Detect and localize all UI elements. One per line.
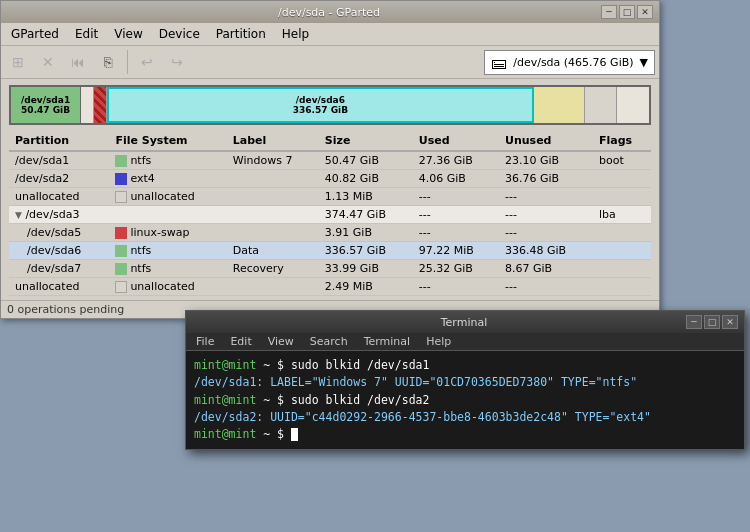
- terminal-minimize[interactable]: ─: [686, 315, 702, 329]
- disk-icon: 🖴: [491, 53, 507, 72]
- col-size: Size: [319, 131, 413, 151]
- partition-unused: 36.76 GiB: [499, 170, 593, 188]
- minimize-button[interactable]: ─: [601, 5, 617, 19]
- partition-name: unallocated: [9, 188, 109, 206]
- partition-used: 25.32 GiB: [413, 260, 499, 278]
- terminal-menu-search[interactable]: Search: [304, 334, 354, 349]
- terminal-command: sudo blkid /dev/sda1: [291, 358, 429, 372]
- col-filesystem: File System: [109, 131, 226, 151]
- terminal-title: Terminal: [242, 316, 686, 329]
- partition-size: 2.49 MiB: [319, 278, 413, 296]
- partition-label: Windows 7: [227, 151, 319, 170]
- gparted-titlebar: /dev/sda - GParted ─ □ ✕: [1, 1, 659, 23]
- terminal-menubar: File Edit View Search Terminal Help: [186, 333, 744, 351]
- table-row[interactable]: /dev/sda5linux-swap3.91 GiB------: [9, 224, 651, 242]
- undo-button[interactable]: ↩: [134, 49, 160, 75]
- col-unused: Unused: [499, 131, 593, 151]
- partition-name: /dev/sda7: [9, 260, 109, 278]
- table-row[interactable]: /dev/sda2ext440.82 GiB4.06 GiB36.76 GiB: [9, 170, 651, 188]
- terminal-prompt: mint@mint: [194, 358, 256, 372]
- delete-button[interactable]: ✕: [35, 49, 61, 75]
- terminal-prompt: mint@mint: [194, 427, 256, 441]
- disk-part-sda1[interactable]: /dev/sda1 50.47 GiB: [11, 87, 81, 123]
- terminal-prompt: mint@mint: [194, 393, 256, 407]
- partition-used: 4.06 GiB: [413, 170, 499, 188]
- partition-unused: ---: [499, 188, 593, 206]
- disk-part-swap[interactable]: [94, 87, 107, 123]
- partition-flags: [593, 170, 651, 188]
- terminal-line: /dev/sda1: LABEL="Windows 7" UUID="01CD7…: [194, 374, 736, 391]
- device-selector[interactable]: 🖴 /dev/sda (465.76 GiB) ▼: [484, 50, 655, 75]
- table-row[interactable]: /dev/sda6ntfsData336.57 GiB97.22 MiB336.…: [9, 242, 651, 260]
- terminal-close[interactable]: ✕: [722, 315, 738, 329]
- gparted-menubar: GParted Edit View Device Partition Help: [1, 23, 659, 46]
- partition-size: 3.91 GiB: [319, 224, 413, 242]
- gparted-title: /dev/sda - GParted: [57, 6, 601, 19]
- maximize-button[interactable]: □: [619, 5, 635, 19]
- menu-view[interactable]: View: [108, 25, 148, 43]
- disk-part-sda6[interactable]: /dev/sda6 336.57 GiB: [107, 87, 534, 123]
- copy-button[interactable]: ⎘: [95, 49, 121, 75]
- menu-edit[interactable]: Edit: [69, 25, 104, 43]
- first-button[interactable]: ⏮: [65, 49, 91, 75]
- terminal-maximize[interactable]: □: [704, 315, 720, 329]
- partition-size: 40.82 GiB: [319, 170, 413, 188]
- terminal-menu-terminal[interactable]: Terminal: [358, 334, 417, 349]
- operations-pending: 0 operations pending: [7, 303, 124, 316]
- table-row[interactable]: /dev/sda7ntfsRecovery33.99 GiB25.32 GiB8…: [9, 260, 651, 278]
- toolbar-sep-1: [127, 50, 128, 74]
- terminal-menu-view[interactable]: View: [262, 334, 300, 349]
- partition-label: [227, 206, 319, 224]
- terminal-menu-file[interactable]: File: [190, 334, 220, 349]
- new-partition-button[interactable]: ⊞: [5, 49, 31, 75]
- menu-partition[interactable]: Partition: [210, 25, 272, 43]
- partition-unused: 23.10 GiB: [499, 151, 593, 170]
- redo-button[interactable]: ↪: [164, 49, 190, 75]
- table-row[interactable]: /dev/sda1ntfsWindows 750.47 GiB27.36 GiB…: [9, 151, 651, 170]
- partition-used: ---: [413, 278, 499, 296]
- table-row[interactable]: unallocatedunallocated2.49 MiB------: [9, 278, 651, 296]
- table-row[interactable]: ▼ /dev/sda3374.47 GiB------lba: [9, 206, 651, 224]
- partition-used: ---: [413, 188, 499, 206]
- terminal-body[interactable]: mint@mint ~ $ sudo blkid /dev/sda1/dev/s…: [186, 351, 744, 449]
- terminal-line: mint@mint ~ $ sudo blkid /dev/sda1: [194, 357, 736, 374]
- partition-label: [227, 224, 319, 242]
- partition-label: [227, 188, 319, 206]
- terminal-output: /dev/sda1: LABEL="Windows 7" UUID="01CD7…: [194, 375, 637, 389]
- table-row[interactable]: unallocatedunallocated1.13 MiB------: [9, 188, 651, 206]
- disk-part-end[interactable]: [617, 87, 649, 123]
- menu-gparted[interactable]: GParted: [5, 25, 65, 43]
- terminal-window-controls: ─ □ ✕: [686, 315, 738, 329]
- partition-unused: 336.48 GiB: [499, 242, 593, 260]
- partition-size: 1.13 MiB: [319, 188, 413, 206]
- partition-name: unallocated: [9, 278, 109, 296]
- device-dropdown-icon[interactable]: ▼: [640, 56, 648, 69]
- disk-visual: /dev/sda1 50.47 GiB /dev/sda6 336.57 GiB: [9, 85, 651, 125]
- partition-name: /dev/sda2: [9, 170, 109, 188]
- partition-fs: unallocated: [109, 278, 226, 296]
- partition-flags: [593, 242, 651, 260]
- terminal-separator: ~ $: [256, 358, 291, 372]
- partition-name: /dev/sda5: [9, 224, 109, 242]
- terminal-cursor: [291, 428, 298, 441]
- device-label: /dev/sda (465.76 GiB): [513, 56, 633, 69]
- terminal-separator: ~ $: [256, 393, 291, 407]
- partition-fs: [109, 206, 226, 224]
- menu-help[interactable]: Help: [276, 25, 315, 43]
- disk-part-sda7[interactable]: [534, 87, 585, 123]
- disk-part-small1[interactable]: [81, 87, 94, 123]
- close-button[interactable]: ✕: [637, 5, 653, 19]
- partition-size: 374.47 GiB: [319, 206, 413, 224]
- partition-unused: ---: [499, 224, 593, 242]
- table-header-row: Partition File System Label Size Used Un…: [9, 131, 651, 151]
- terminal-output: /dev/sda2: UUID="c44d0292-2966-4537-bbe8…: [194, 410, 651, 424]
- col-label: Label: [227, 131, 319, 151]
- gparted-toolbar: ⊞ ✕ ⏮ ⎘ ↩ ↪ 🖴 /dev/sda (465.76 GiB) ▼: [1, 46, 659, 79]
- disk-part-unalloc[interactable]: [585, 87, 617, 123]
- menu-device[interactable]: Device: [153, 25, 206, 43]
- terminal-menu-help[interactable]: Help: [420, 334, 457, 349]
- terminal-menu-edit[interactable]: Edit: [224, 334, 257, 349]
- partition-flags: [593, 260, 651, 278]
- partition-label: [227, 278, 319, 296]
- partition-used: 27.36 GiB: [413, 151, 499, 170]
